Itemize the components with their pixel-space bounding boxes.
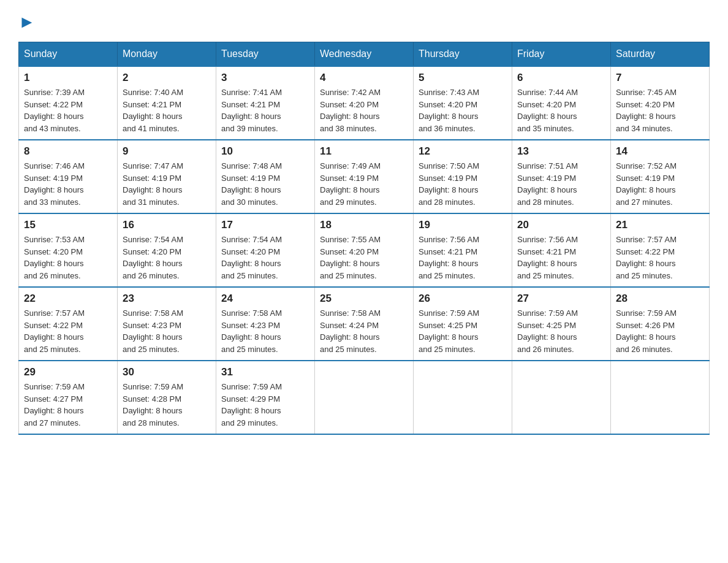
day-info: Sunrise: 7:48 AMSunset: 4:19 PMDaylight:… [221,160,309,208]
day-number: 23 [123,293,211,305]
day-number: 2 [123,72,211,84]
calendar-cell: 22Sunrise: 7:57 AMSunset: 4:22 PMDayligh… [19,287,118,361]
calendar-cell: 3Sunrise: 7:41 AMSunset: 4:21 PMDaylight… [216,66,315,140]
day-info: Sunrise: 7:41 AMSunset: 4:21 PMDaylight:… [221,86,309,134]
day-info: Sunrise: 7:59 AMSunset: 4:28 PMDaylight:… [123,381,211,429]
calendar-cell: 6Sunrise: 7:44 AMSunset: 4:20 PMDaylight… [512,66,611,140]
day-info: Sunrise: 7:43 AMSunset: 4:20 PMDaylight:… [419,86,507,134]
day-info: Sunrise: 7:59 AMSunset: 4:26 PMDaylight:… [616,307,704,355]
calendar-cell [315,361,414,434]
day-number: 31 [221,366,309,378]
day-number: 14 [616,145,704,158]
calendar-cell: 24Sunrise: 7:58 AMSunset: 4:23 PMDayligh… [216,287,315,361]
calendar-cell: 17Sunrise: 7:54 AMSunset: 4:20 PMDayligh… [216,213,315,287]
calendar-cell: 8Sunrise: 7:46 AMSunset: 4:19 PMDaylight… [19,140,118,213]
calendar-cell: 1Sunrise: 7:39 AMSunset: 4:22 PMDaylight… [19,66,118,140]
col-header-thursday: Thursday [414,42,512,67]
day-info: Sunrise: 7:58 AMSunset: 4:23 PMDaylight:… [123,307,211,355]
day-number: 12 [419,145,507,158]
day-info: Sunrise: 7:53 AMSunset: 4:20 PMDaylight:… [24,234,112,282]
calendar-cell [512,361,611,434]
day-info: Sunrise: 7:58 AMSunset: 4:23 PMDaylight:… [221,307,309,355]
day-info: Sunrise: 7:55 AMSunset: 4:20 PMDaylight:… [320,234,408,282]
calendar-cell: 11Sunrise: 7:49 AMSunset: 4:19 PMDayligh… [315,140,414,213]
day-number: 3 [221,72,309,84]
day-number: 10 [221,145,309,158]
day-number: 11 [320,145,408,158]
col-header-wednesday: Wednesday [315,42,414,67]
day-number: 22 [24,293,112,305]
day-number: 26 [419,293,507,305]
day-number: 6 [517,72,605,84]
day-number: 21 [616,219,704,231]
calendar-cell: 23Sunrise: 7:58 AMSunset: 4:23 PMDayligh… [118,287,216,361]
day-info: Sunrise: 7:51 AMSunset: 4:19 PMDaylight:… [517,160,605,208]
day-info: Sunrise: 7:59 AMSunset: 4:25 PMDaylight:… [419,307,507,355]
calendar-cell: 14Sunrise: 7:52 AMSunset: 4:19 PMDayligh… [611,140,710,213]
calendar-cell: 2Sunrise: 7:40 AMSunset: 4:21 PMDaylight… [118,66,216,140]
calendar-cell: 27Sunrise: 7:59 AMSunset: 4:25 PMDayligh… [512,287,611,361]
day-number: 9 [123,145,211,158]
day-info: Sunrise: 7:59 AMSunset: 4:29 PMDaylight:… [221,381,309,429]
day-info: Sunrise: 7:46 AMSunset: 4:19 PMDaylight:… [24,160,112,208]
calendar-cell: 4Sunrise: 7:42 AMSunset: 4:20 PMDaylight… [315,66,414,140]
calendar-cell: 18Sunrise: 7:55 AMSunset: 4:20 PMDayligh… [315,213,414,287]
col-header-saturday: Saturday [611,42,710,67]
day-info: Sunrise: 7:47 AMSunset: 4:19 PMDaylight:… [123,160,211,208]
calendar-cell: 10Sunrise: 7:48 AMSunset: 4:19 PMDayligh… [216,140,315,213]
day-number: 15 [24,219,112,231]
day-number: 20 [517,219,605,231]
day-info: Sunrise: 7:45 AMSunset: 4:20 PMDaylight:… [616,86,704,134]
day-number: 28 [616,293,704,305]
day-info: Sunrise: 7:54 AMSunset: 4:20 PMDaylight:… [221,234,309,282]
day-info: Sunrise: 7:59 AMSunset: 4:25 PMDaylight:… [517,307,605,355]
day-number: 8 [24,145,112,158]
day-info: Sunrise: 7:56 AMSunset: 4:21 PMDaylight:… [517,234,605,282]
calendar-cell [611,361,710,434]
day-number: 24 [221,293,309,305]
logo-text: ► [18,12,36,32]
calendar-table: SundayMondayTuesdayWednesdayThursdayFrid… [18,42,710,435]
calendar-cell: 13Sunrise: 7:51 AMSunset: 4:19 PMDayligh… [512,140,611,213]
day-info: Sunrise: 7:56 AMSunset: 4:21 PMDaylight:… [419,234,507,282]
day-info: Sunrise: 7:40 AMSunset: 4:21 PMDaylight:… [123,86,211,134]
day-number: 29 [24,366,112,378]
day-number: 25 [320,293,408,305]
day-number: 16 [123,219,211,231]
day-number: 4 [320,72,408,84]
page-header: ► [18,12,710,29]
col-header-friday: Friday [512,42,611,67]
day-number: 7 [616,72,704,84]
calendar-cell: 31Sunrise: 7:59 AMSunset: 4:29 PMDayligh… [216,361,315,434]
day-info: Sunrise: 7:57 AMSunset: 4:22 PMDaylight:… [24,307,112,355]
day-number: 18 [320,219,408,231]
day-number: 30 [123,366,211,378]
calendar-cell [414,361,512,434]
day-info: Sunrise: 7:58 AMSunset: 4:24 PMDaylight:… [320,307,408,355]
day-info: Sunrise: 7:59 AMSunset: 4:27 PMDaylight:… [24,381,112,429]
calendar-cell: 15Sunrise: 7:53 AMSunset: 4:20 PMDayligh… [19,213,118,287]
calendar-cell: 9Sunrise: 7:47 AMSunset: 4:19 PMDaylight… [118,140,216,213]
day-info: Sunrise: 7:44 AMSunset: 4:20 PMDaylight:… [517,86,605,134]
col-header-sunday: Sunday [19,42,118,67]
day-info: Sunrise: 7:52 AMSunset: 4:19 PMDaylight:… [616,160,704,208]
day-info: Sunrise: 7:54 AMSunset: 4:20 PMDaylight:… [123,234,211,282]
calendar-week-5: 29Sunrise: 7:59 AMSunset: 4:27 PMDayligh… [19,361,710,434]
calendar-cell: 5Sunrise: 7:43 AMSunset: 4:20 PMDaylight… [414,66,512,140]
calendar-cell: 12Sunrise: 7:50 AMSunset: 4:19 PMDayligh… [414,140,512,213]
day-info: Sunrise: 7:57 AMSunset: 4:22 PMDaylight:… [616,234,704,282]
calendar-cell: 30Sunrise: 7:59 AMSunset: 4:28 PMDayligh… [118,361,216,434]
calendar-cell: 28Sunrise: 7:59 AMSunset: 4:26 PMDayligh… [611,287,710,361]
calendar-cell: 26Sunrise: 7:59 AMSunset: 4:25 PMDayligh… [414,287,512,361]
calendar-week-2: 8Sunrise: 7:46 AMSunset: 4:19 PMDaylight… [19,140,710,213]
calendar-week-3: 15Sunrise: 7:53 AMSunset: 4:20 PMDayligh… [19,213,710,287]
day-info: Sunrise: 7:39 AMSunset: 4:22 PMDaylight:… [24,86,112,134]
day-number: 13 [517,145,605,158]
calendar-week-1: 1Sunrise: 7:39 AMSunset: 4:22 PMDaylight… [19,66,710,140]
calendar-cell: 19Sunrise: 7:56 AMSunset: 4:21 PMDayligh… [414,213,512,287]
logo: ► [18,12,36,29]
calendar-cell: 21Sunrise: 7:57 AMSunset: 4:22 PMDayligh… [611,213,710,287]
calendar-cell: 16Sunrise: 7:54 AMSunset: 4:20 PMDayligh… [118,213,216,287]
calendar-week-4: 22Sunrise: 7:57 AMSunset: 4:22 PMDayligh… [19,287,710,361]
day-info: Sunrise: 7:42 AMSunset: 4:20 PMDaylight:… [320,86,408,134]
